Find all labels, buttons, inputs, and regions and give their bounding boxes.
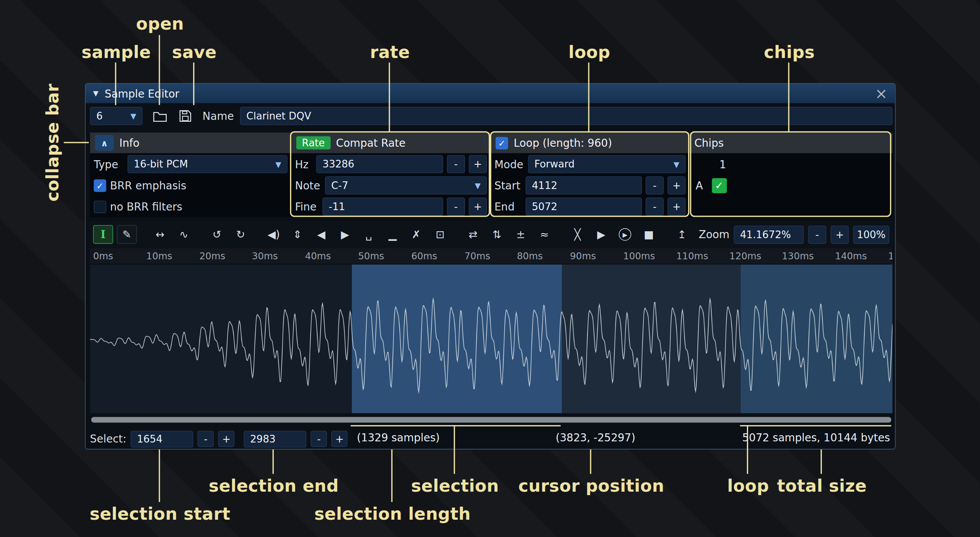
undo-button[interactable]: ↺	[207, 225, 227, 244]
annotation-loop-top: loop	[568, 42, 610, 61]
zoom-input[interactable]: 41.1672%	[734, 225, 804, 244]
timeline-tick: 30ms	[252, 251, 278, 262]
loop-enable-checkbox[interactable]: ✓	[496, 137, 508, 149]
resample-button[interactable]: ∿	[174, 225, 194, 244]
timeline-tick: 80ms	[517, 251, 543, 262]
selection-end-decrease-button[interactable]: -	[311, 431, 327, 447]
no-brr-filters-checkbox[interactable]	[94, 201, 106, 213]
normalize-button[interactable]: ⇕	[288, 225, 308, 244]
play-button[interactable]: ▶	[615, 225, 635, 244]
window-collapse-icon[interactable]: ▼	[93, 90, 99, 98]
floppy-disk-icon	[179, 110, 191, 122]
apply-silence-button[interactable]: ▁	[382, 225, 402, 244]
plus-minus-icon: ±	[516, 228, 525, 241]
loop-end-input[interactable]: 5072	[526, 197, 642, 215]
loop-start-increase-button[interactable]: +	[667, 176, 685, 194]
resize-button[interactable]: ↔	[150, 225, 170, 244]
undo-icon: ↺	[212, 228, 221, 241]
annotation-line	[590, 449, 591, 474]
draw-mode-button[interactable]: ✎	[117, 225, 137, 244]
amplify-button[interactable]: ◀)	[264, 225, 284, 244]
fade-out-button[interactable]: ▶	[335, 225, 355, 244]
window-titlebar[interactable]: ▼ Sample Editor ×	[86, 84, 895, 103]
filter-button[interactable]: ≈	[535, 225, 555, 244]
check-icon: ✓	[96, 181, 104, 191]
note-dropdown[interactable]: C-7 ▼	[325, 176, 487, 194]
loop-header-label: Loop (length: 960)	[514, 137, 612, 149]
minus-icon: -	[815, 229, 819, 240]
annotation-selection-start: selection start	[89, 504, 230, 524]
speaker-icon: ◀)	[268, 228, 280, 241]
resize-icon: ↔	[156, 228, 164, 241]
timeline-tick: 0ms	[93, 251, 113, 262]
selection-start-input[interactable]: 1654	[131, 431, 193, 448]
stop-button[interactable]: ■	[639, 225, 659, 244]
reverse-button[interactable]: ⇄	[463, 225, 483, 244]
cursor-position-text: (3823, -25297)	[556, 431, 636, 444]
sample-type-dropdown[interactable]: 16-bit PCM ▼	[127, 155, 288, 173]
edit-mode-select-button[interactable]: I	[93, 225, 113, 244]
rate-panel: Rate Compat Rate Hz 33286 - + Note C-7 ▼	[291, 133, 490, 217]
redo-button[interactable]: ↻	[231, 225, 251, 244]
sign-button[interactable]: ±	[511, 225, 531, 244]
trim-button[interactable]: ⊡	[430, 225, 450, 244]
selection-end-input[interactable]: 2983	[244, 431, 306, 448]
select-label: Select:	[90, 433, 126, 445]
hz-value: 33286	[323, 158, 354, 170]
import-button[interactable]: ↥	[672, 225, 692, 244]
loop-end-increase-button[interactable]: +	[667, 197, 685, 215]
loop-mode-dropdown[interactable]: Forward ▼	[528, 155, 685, 173]
plus-icon: +	[335, 433, 344, 445]
close-icon[interactable]: ×	[875, 86, 887, 101]
selection-start-increase-button[interactable]: +	[218, 431, 234, 447]
hz-input[interactable]: 33286	[316, 155, 443, 173]
chip-a-checkbox[interactable]: ✓	[712, 178, 727, 193]
invert-icon: ⇅	[492, 228, 501, 241]
fine-decrease-button[interactable]: -	[447, 197, 465, 215]
sample-number-dropdown[interactable]: 6 ▼	[90, 107, 142, 125]
hz-increase-button[interactable]: +	[469, 155, 487, 173]
annotation-selection: selection	[411, 476, 499, 495]
zoom-out-button[interactable]: -	[808, 225, 826, 244]
delete-icon: ✗	[412, 228, 420, 241]
rate-badge[interactable]: Rate	[296, 136, 330, 149]
loop-start-label: Start	[494, 179, 522, 192]
preview-sample-button[interactable]: ▶	[591, 225, 611, 244]
zoom-in-button[interactable]: +	[831, 225, 849, 244]
crossfade-loop-button[interactable]: ╳	[568, 225, 588, 244]
loop-start-input[interactable]: 4112	[526, 176, 642, 194]
scrollbar-handle[interactable]	[91, 417, 891, 423]
loop-start-decrease-button[interactable]: -	[646, 176, 664, 194]
type-label: Type	[94, 158, 124, 171]
brr-emphasis-checkbox[interactable]: ✓	[94, 179, 106, 192]
invert-button[interactable]: ⇅	[487, 225, 507, 244]
zoom-reset-button[interactable]: 100%	[853, 225, 889, 244]
plus-icon: +	[672, 201, 681, 212]
fine-input[interactable]: -11	[323, 197, 443, 215]
waveform-canvas[interactable]	[90, 264, 892, 413]
sample-name-input[interactable]: Clarinet DQV	[240, 107, 892, 125]
save-sample-button[interactable]	[175, 106, 195, 125]
selection-start-decrease-button[interactable]: -	[198, 431, 214, 447]
annotation-line	[115, 63, 116, 105]
waveform-view[interactable]	[90, 264, 892, 413]
delete-button[interactable]: ✗	[406, 225, 426, 244]
check-icon: ✓	[715, 179, 723, 191]
fade-in-button[interactable]: ◀	[311, 225, 331, 244]
annotation-rate: rate	[370, 42, 410, 61]
fine-increase-button[interactable]: +	[469, 197, 487, 215]
annotation-line	[391, 449, 392, 502]
selection-end-increase-button[interactable]: +	[331, 431, 348, 447]
hz-decrease-button[interactable]: -	[447, 155, 465, 173]
insert-silence-button[interactable]: ␣	[359, 225, 379, 244]
chips-header-label: Chips	[694, 137, 724, 149]
loop-end-decrease-button[interactable]: -	[646, 197, 664, 215]
normalize-icon: ⇕	[293, 228, 302, 241]
loop-start-value: 4112	[532, 179, 557, 191]
collapse-bar-button[interactable]: ∧	[95, 135, 114, 151]
ibeam-cursor-icon: I	[101, 228, 106, 241]
open-sample-button[interactable]	[150, 106, 170, 125]
annotation-line	[747, 425, 748, 474]
waveform-scrollbar[interactable]	[90, 416, 892, 424]
timeline-ruler: 0ms 10ms 20ms 30ms 40ms 50ms 60ms 70ms 8…	[90, 248, 892, 264]
